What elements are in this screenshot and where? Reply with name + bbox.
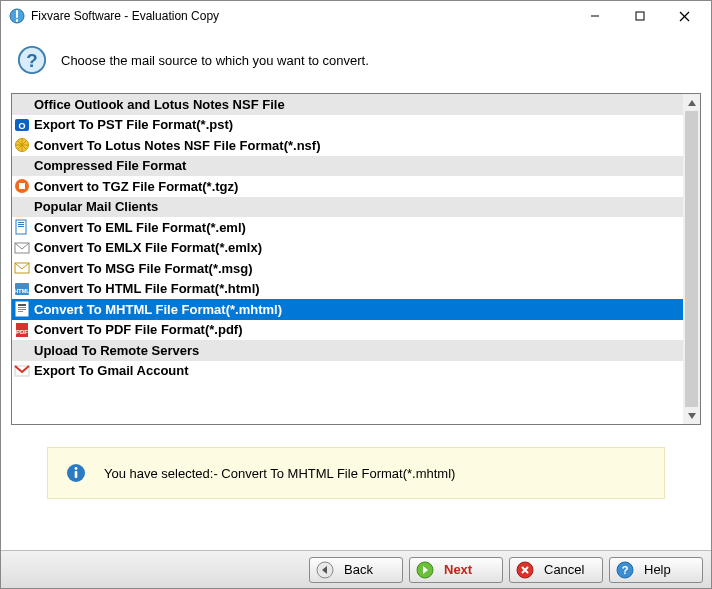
lotus-icon	[14, 137, 30, 153]
list-item-label: Convert To PDF File Format(*.pdf)	[34, 322, 242, 337]
list-item[interactable]: Convert To EMLX File Format(*.emlx)	[12, 238, 683, 259]
back-icon	[316, 561, 334, 579]
group-header-label: Office Outlook and Lotus Notes NSF File	[34, 97, 285, 112]
maximize-button[interactable]	[617, 2, 662, 30]
scroll-up-button[interactable]	[683, 94, 700, 111]
list-item[interactable]: Convert To Lotus Notes NSF File Format(*…	[12, 135, 683, 156]
footer: Back Next Cancel ? Help	[1, 550, 711, 588]
svg-rect-11	[19, 183, 25, 189]
list-item[interactable]: Convert to TGZ File Format(*.tgz)	[12, 176, 683, 197]
msg-icon	[14, 260, 30, 276]
selection-notice: You have selected:- Convert To MHTML Fil…	[47, 447, 665, 499]
outlook-icon: O	[14, 117, 30, 133]
info-icon	[66, 463, 86, 483]
app-icon	[9, 8, 25, 24]
back-button[interactable]: Back	[309, 557, 403, 583]
format-listbox: Office Outlook and Lotus Notes NSF FileO…	[11, 93, 701, 425]
next-icon	[416, 561, 434, 579]
close-button[interactable]	[662, 2, 707, 30]
list-group-header: Popular Mail Clients	[12, 197, 683, 218]
scroll-down-button[interactable]	[683, 407, 700, 424]
svg-rect-13	[18, 222, 24, 223]
tgz-icon	[14, 178, 30, 194]
svg-rect-21	[18, 304, 26, 306]
list-item[interactable]: PDFConvert To PDF File Format(*.pdf)	[12, 320, 683, 341]
eml-icon	[14, 219, 30, 235]
svg-text:?: ?	[26, 50, 37, 71]
list-item-label: Convert To HTML File Format(*.html)	[34, 281, 260, 296]
next-button[interactable]: Next	[409, 557, 503, 583]
list-item[interactable]: Convert To MSG File Format(*.msg)	[12, 258, 683, 279]
notice-message: You have selected:- Convert To MHTML Fil…	[104, 466, 455, 481]
list-item-label: Convert To Lotus Notes NSF File Format(*…	[34, 138, 321, 153]
emlx-icon	[14, 240, 30, 256]
cancel-icon	[516, 561, 534, 579]
list-item-label: Convert to TGZ File Format(*.tgz)	[34, 179, 238, 194]
list-group-header: Office Outlook and Lotus Notes NSF File	[12, 94, 683, 115]
list-item[interactable]: Convert To EML File Format(*.eml)	[12, 217, 683, 238]
list-item-label: Convert To EMLX File Format(*.emlx)	[34, 240, 262, 255]
group-header-label: Compressed File Format	[34, 158, 186, 173]
help-label: Help	[644, 562, 692, 577]
list-item[interactable]: Convert To MHTML File Format(*.mhtml)	[12, 299, 683, 320]
list-item[interactable]: HTMLConvert To HTML File Format(*.html)	[12, 279, 683, 300]
list-item-label: Export To PST File Format(*.pst)	[34, 117, 233, 132]
svg-point-31	[75, 467, 78, 470]
help-button-icon: ?	[616, 561, 634, 579]
list-group-header: Upload To Remote Servers	[12, 340, 683, 361]
svg-rect-14	[18, 224, 24, 225]
titlebar: Fixvare Software - Evaluation Copy	[1, 1, 711, 31]
list-item-label: Convert To EML File Format(*.eml)	[34, 220, 246, 235]
next-label: Next	[444, 562, 492, 577]
svg-text:?: ?	[622, 564, 629, 576]
mhtml-icon	[14, 301, 30, 317]
help-button[interactable]: ? Help	[609, 557, 703, 583]
group-header-label: Popular Mail Clients	[34, 199, 158, 214]
list-item-label: Convert To MHTML File Format(*.mhtml)	[34, 302, 282, 317]
svg-rect-15	[18, 226, 24, 227]
group-header-label: Upload To Remote Servers	[34, 343, 199, 358]
svg-text:O: O	[18, 121, 25, 131]
cancel-label: Cancel	[544, 562, 592, 577]
svg-rect-2	[636, 12, 644, 20]
svg-rect-22	[18, 307, 26, 308]
svg-rect-24	[18, 311, 23, 312]
svg-rect-32	[75, 471, 78, 478]
list-item[interactable]: Export To Gmail Account	[12, 361, 683, 382]
list-item-label: Export To Gmail Account	[34, 363, 189, 378]
svg-marker-28	[688, 100, 696, 106]
list-group-header: Compressed File Format	[12, 156, 683, 177]
svg-marker-29	[688, 413, 696, 419]
back-label: Back	[344, 562, 392, 577]
gmail-icon	[14, 363, 30, 379]
svg-rect-23	[18, 309, 26, 310]
svg-text:PDF: PDF	[16, 329, 28, 335]
minimize-button[interactable]	[572, 2, 617, 30]
list-item[interactable]: OExport To PST File Format(*.pst)	[12, 115, 683, 136]
scrollbar[interactable]	[683, 94, 700, 424]
header-prompt: Choose the mail source to which you want…	[61, 53, 369, 68]
pdf-icon: PDF	[14, 322, 30, 338]
cancel-button[interactable]: Cancel	[509, 557, 603, 583]
html-icon: HTML	[14, 281, 30, 297]
help-icon: ?	[17, 45, 47, 75]
window-title: Fixvare Software - Evaluation Copy	[31, 9, 572, 23]
scroll-track[interactable]	[683, 111, 700, 407]
header: ? Choose the mail source to which you wa…	[1, 31, 711, 93]
scroll-thumb[interactable]	[685, 111, 698, 407]
svg-text:HTML: HTML	[14, 287, 30, 293]
list-item-label: Convert To MSG File Format(*.msg)	[34, 261, 253, 276]
